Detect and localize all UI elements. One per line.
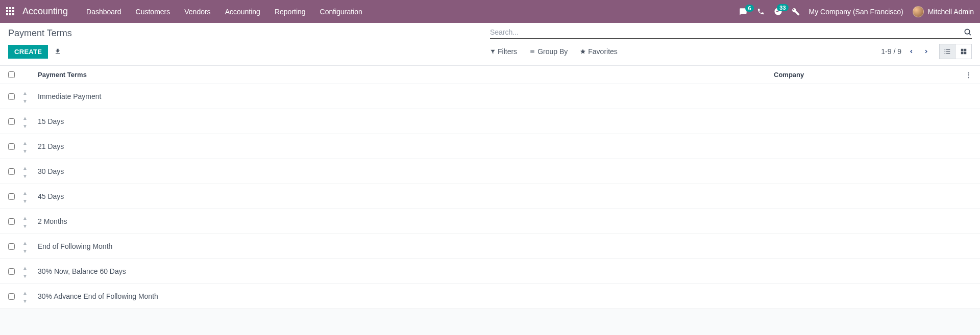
drag-handle-icon[interactable]: ▲▼ xyxy=(22,140,28,154)
svg-rect-9 xyxy=(964,49,966,51)
svg-rect-11 xyxy=(964,52,966,55)
view-switcher xyxy=(939,44,972,59)
avatar xyxy=(913,6,924,17)
search-options: Filters Group By Favorites xyxy=(490,47,618,56)
row-checkbox[interactable] xyxy=(8,193,15,200)
drag-handle-icon[interactable]: ▲▼ xyxy=(22,115,28,129)
column-header-company[interactable]: Company xyxy=(774,71,958,79)
nav-reporting[interactable]: Reporting xyxy=(275,8,306,16)
row-checkbox[interactable] xyxy=(8,268,15,275)
svg-rect-10 xyxy=(961,52,963,55)
breadcrumb: Payment Terms xyxy=(8,28,490,39)
table-row[interactable]: ▲▼Immediate Payment xyxy=(0,84,980,109)
row-checkbox[interactable] xyxy=(8,293,15,300)
row-name: 21 Days xyxy=(38,142,774,150)
row-name: 45 Days xyxy=(38,192,774,200)
pager-prev[interactable] xyxy=(906,48,916,55)
search-input[interactable] xyxy=(490,28,964,36)
import-icon[interactable] xyxy=(54,48,61,55)
activities-icon[interactable]: 33 xyxy=(774,7,782,16)
svg-rect-5 xyxy=(946,51,950,51)
messages-icon[interactable]: 6 xyxy=(739,8,748,16)
company-selector[interactable]: My Company (San Francisco) xyxy=(809,8,903,16)
row-checkbox[interactable] xyxy=(8,143,15,150)
table-row[interactable]: ▲▼45 Days xyxy=(0,184,980,209)
nav-customers[interactable]: Customers xyxy=(136,8,170,16)
drag-handle-icon[interactable]: ▲▼ xyxy=(22,290,28,304)
pager-next[interactable] xyxy=(921,48,931,55)
row-name: 30 Days xyxy=(38,167,774,175)
list-view-button[interactable] xyxy=(939,44,955,59)
apps-icon[interactable] xyxy=(6,7,15,16)
control-panel: Payment Terms CREATE Filters Group By xyxy=(0,23,980,66)
row-name: 30% Advance End of Following Month xyxy=(38,292,774,300)
select-all-checkbox[interactable] xyxy=(8,71,15,78)
top-nav: Accounting Dashboard Customers Vendors A… xyxy=(0,0,980,23)
list-view: Payment Terms Company ⋮ ▲▼Immediate Paym… xyxy=(0,66,980,309)
search-icon[interactable] xyxy=(964,28,972,36)
table-row[interactable]: ▲▼2 Months xyxy=(0,209,980,234)
table-row[interactable]: ▲▼15 Days xyxy=(0,109,980,134)
table-row[interactable]: ▲▼30% Advance End of Following Month xyxy=(0,284,980,309)
svg-point-6 xyxy=(944,53,945,54)
table-row[interactable]: ▲▼End of Following Month xyxy=(0,234,980,259)
user-menu[interactable]: Mitchell Admin xyxy=(913,6,974,17)
table-row[interactable]: ▲▼21 Days xyxy=(0,134,980,159)
list-header: Payment Terms Company ⋮ xyxy=(0,66,980,84)
phone-icon[interactable] xyxy=(757,8,765,15)
favorites-button[interactable]: Favorites xyxy=(580,47,618,56)
row-name: 2 Months xyxy=(38,217,774,225)
activities-badge: 33 xyxy=(777,4,788,11)
svg-point-4 xyxy=(944,51,945,52)
search-bar[interactable] xyxy=(490,28,972,39)
drag-handle-icon[interactable]: ▲▼ xyxy=(22,265,28,279)
svg-rect-7 xyxy=(946,53,950,54)
drag-handle-icon[interactable]: ▲▼ xyxy=(22,190,28,204)
svg-line-1 xyxy=(969,34,971,35)
drag-handle-icon[interactable]: ▲▼ xyxy=(22,90,28,104)
drag-handle-icon[interactable]: ▲▼ xyxy=(22,215,28,229)
filters-button[interactable]: Filters xyxy=(490,47,517,56)
column-options-icon[interactable]: ⋮ xyxy=(958,71,972,79)
nav-configuration[interactable]: Configuration xyxy=(320,8,362,16)
svg-point-0 xyxy=(965,29,969,34)
drag-handle-icon[interactable]: ▲▼ xyxy=(22,240,28,254)
table-row[interactable]: ▲▼30 Days xyxy=(0,159,980,184)
pager: 1-9 / 9 xyxy=(881,47,931,56)
svg-rect-3 xyxy=(946,49,950,50)
kanban-view-button[interactable] xyxy=(955,44,972,59)
row-checkbox[interactable] xyxy=(8,168,15,175)
table-row[interactable]: ▲▼30% Now, Balance 60 Days xyxy=(0,259,980,284)
row-checkbox[interactable] xyxy=(8,93,15,100)
create-button[interactable]: CREATE xyxy=(8,45,48,59)
row-checkbox[interactable] xyxy=(8,218,15,225)
user-name: Mitchell Admin xyxy=(928,8,974,16)
nav-dashboard[interactable]: Dashboard xyxy=(86,8,121,16)
groupby-button[interactable]: Group By xyxy=(529,47,568,56)
row-name: 30% Now, Balance 60 Days xyxy=(38,267,774,275)
column-header-name[interactable]: Payment Terms xyxy=(38,71,774,79)
svg-rect-8 xyxy=(961,49,963,51)
messages-badge: 6 xyxy=(745,5,753,12)
svg-point-2 xyxy=(944,49,945,50)
debug-icon[interactable] xyxy=(792,8,800,16)
nav-vendors[interactable]: Vendors xyxy=(184,8,210,16)
row-name: End of Following Month xyxy=(38,242,774,250)
nav-accounting[interactable]: Accounting xyxy=(225,8,260,16)
row-checkbox[interactable] xyxy=(8,118,15,125)
row-checkbox[interactable] xyxy=(8,243,15,250)
main-menu: Dashboard Customers Vendors Accounting R… xyxy=(86,8,362,16)
drag-handle-icon[interactable]: ▲▼ xyxy=(22,165,28,179)
row-name: 15 Days xyxy=(38,117,774,125)
app-brand[interactable]: Accounting xyxy=(22,6,68,17)
pager-range[interactable]: 1-9 / 9 xyxy=(881,47,901,56)
row-name: Immediate Payment xyxy=(38,92,774,100)
